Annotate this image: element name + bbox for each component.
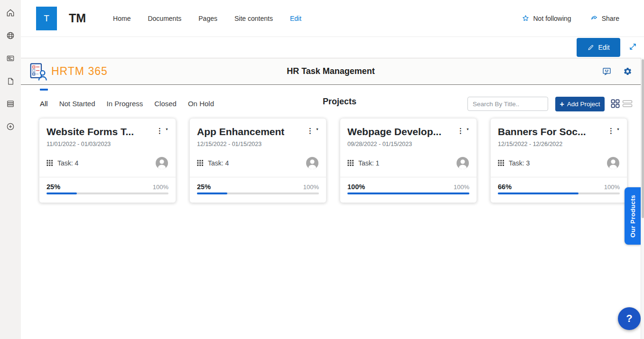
edit-page-button[interactable]: Edit: [577, 38, 620, 57]
our-products-tab[interactable]: Our Products: [625, 187, 641, 245]
project-card[interactable]: Website Forms T... ⋮ ▼ 11/01/2022 - 01/0…: [39, 118, 176, 203]
status-filter-tabs: All Not Started In Progress Closed On Ho…: [40, 85, 214, 117]
project-card[interactable]: Webpage Develop... ⋮ ▼ 09/28/2022 - 01/1…: [340, 118, 477, 203]
site-header: T TM Home Documents Pages Site contents …: [21, 0, 644, 37]
progress-max: 100%: [153, 183, 168, 191]
site-nav: Home Documents Pages Site contents Edit: [113, 15, 301, 22]
assignee-avatar[interactable]: [456, 156, 469, 170]
project-card[interactable]: Banners For Soc... ⋮ ▼ 12/15/2022 - 12/2…: [490, 118, 627, 203]
hrtm-brand-name: HRTM 365: [51, 65, 108, 78]
progress-percent: 100%: [347, 183, 365, 191]
lists-icon[interactable]: [0, 92, 21, 115]
kebab-icon: ⋮: [156, 127, 163, 135]
task-grid-icon: [347, 160, 354, 166]
project-title: Webpage Develop...: [347, 126, 441, 137]
tab-in-progress[interactable]: In Progress: [107, 85, 143, 117]
add-project-button[interactable]: + Add Project: [555, 97, 605, 111]
progress-bar: [197, 192, 319, 195]
vertical-scrollbar[interactable]: [641, 58, 644, 339]
caret-down-icon: ▼: [616, 128, 620, 131]
progress-percent: 25%: [197, 183, 211, 191]
divider: [190, 177, 326, 177]
settings-gear-icon[interactable]: [623, 67, 632, 76]
task-count: Task: 4: [208, 159, 229, 167]
kebab-icon: ⋮: [457, 127, 464, 135]
nav-item-site-contents[interactable]: Site contents: [234, 15, 273, 22]
progress-percent: 66%: [498, 183, 512, 191]
project-dates: 12/15/2022 - 01/15/2023: [197, 141, 319, 147]
share-icon: [590, 14, 598, 22]
divider: [340, 177, 476, 177]
progress-bar: [498, 192, 620, 195]
task-count: Task: 4: [57, 159, 78, 167]
divider: [39, 177, 176, 177]
follow-label: Not following: [533, 15, 571, 22]
pencil-icon: [587, 44, 594, 51]
card-menu-button[interactable]: ⋮ ▼: [605, 126, 620, 135]
progress-fill: [47, 192, 77, 195]
caret-down-icon: ▼: [466, 128, 469, 131]
edit-page-label: Edit: [598, 44, 609, 51]
tab-not-started[interactable]: Not Started: [59, 85, 95, 117]
hrtm-logo-icon: [29, 63, 47, 81]
progress-fill: [347, 192, 469, 195]
card-menu-button[interactable]: ⋮ ▼: [304, 126, 319, 135]
hrtm-app: HRTM 365 HR Task Management All Not Star…: [21, 58, 641, 339]
home-icon[interactable]: [0, 1, 21, 24]
card-menu-button[interactable]: ⋮ ▼: [153, 126, 168, 135]
tab-closed[interactable]: Closed: [154, 85, 177, 117]
card-menu-button[interactable]: ⋮ ▼: [454, 126, 469, 135]
assignee-avatar[interactable]: [607, 156, 620, 170]
help-button[interactable]: ?: [618, 307, 641, 330]
expand-webpart-icon[interactable]: [628, 42, 637, 53]
hrtm-brand[interactable]: HRTM 365: [29, 63, 108, 81]
tab-on-hold[interactable]: On Hold: [188, 85, 214, 117]
kebab-icon: ⋮: [307, 127, 314, 135]
nav-item-edit[interactable]: Edit: [290, 15, 301, 22]
project-dates: 12/15/2022 - 12/26/2022: [498, 141, 620, 147]
feedback-icon[interactable]: [602, 66, 612, 76]
project-dates: 09/28/2022 - 01/15/2023: [347, 141, 469, 147]
tab-all[interactable]: All: [40, 85, 48, 117]
project-title: App Enhancement: [197, 126, 284, 137]
task-grid-icon: [47, 160, 53, 166]
projects-heading: Projects: [323, 97, 356, 107]
progress-max: 100%: [604, 183, 620, 191]
create-icon[interactable]: [0, 115, 21, 138]
nav-item-documents[interactable]: Documents: [148, 15, 181, 22]
progress-percent: 25%: [47, 183, 60, 191]
share-button[interactable]: Share: [590, 14, 619, 22]
project-title: Banners For Soc...: [498, 126, 586, 137]
assignee-avatar[interactable]: [306, 156, 319, 170]
nav-item-pages[interactable]: Pages: [198, 15, 217, 22]
hrtm-header-icons: [602, 66, 632, 76]
project-dates: 11/01/2022 - 01/03/2023: [47, 141, 168, 147]
project-card[interactable]: App Enhancement ⋮ ▼ 12/15/2022 - 01/15/2…: [189, 118, 327, 203]
grid-view-icon[interactable]: [611, 99, 620, 110]
task-count: Task: 3: [509, 159, 530, 167]
site-title: TM: [69, 11, 86, 25]
star-icon: [522, 14, 530, 22]
command-bar: Edit: [21, 37, 644, 58]
search-input[interactable]: [467, 97, 548, 111]
task-grid-icon: [498, 160, 504, 166]
projects-toolbar: All Not Started In Progress Closed On Ho…: [21, 85, 641, 117]
task-grid-icon: [197, 160, 204, 166]
follow-button[interactable]: Not following: [522, 14, 571, 22]
page: T TM Home Documents Pages Site contents …: [0, 0, 644, 339]
hrtm-header: HRTM 365 HR Task Management: [21, 58, 641, 85]
nav-item-home[interactable]: Home: [113, 15, 131, 22]
add-project-label: Add Project: [567, 101, 600, 108]
assignee-avatar[interactable]: [155, 156, 168, 170]
progress-fill: [197, 192, 227, 195]
globe-icon[interactable]: [0, 24, 21, 47]
pages-icon[interactable]: [0, 70, 21, 92]
progress-max: 100%: [303, 183, 319, 191]
scrollbar-thumb[interactable]: [642, 59, 644, 218]
list-view-icon[interactable]: [622, 99, 633, 110]
task-count: Task: 1: [358, 159, 379, 167]
app-rail: [0, 0, 21, 339]
news-icon[interactable]: [0, 47, 21, 70]
site-logo[interactable]: T: [36, 7, 57, 30]
progress-bar: [347, 192, 469, 195]
